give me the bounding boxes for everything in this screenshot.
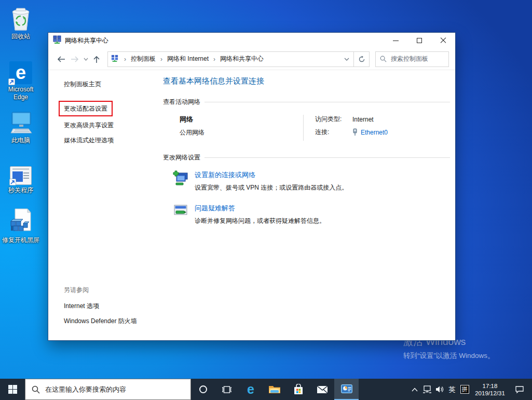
desktop-icon-label: 此电脑 — [1, 137, 40, 144]
page-title: 查看基本网络信息并设置连接 — [163, 76, 450, 86]
breadcrumb-network-internet[interactable]: 网络和 Internet — [166, 52, 210, 65]
main-content: 查看基本网络信息并设置连接 查看活动网络 网络 公用网络 访问类型: Inter… — [159, 70, 455, 340]
maximize-button[interactable] — [407, 33, 431, 48]
minimize-button[interactable] — [384, 33, 407, 48]
sidebar-item-change-advanced-sharing[interactable]: 更改高级共享设置 — [64, 121, 155, 129]
desktop-icon-edge[interactable]: e Microsoft Edge — [1, 57, 40, 101]
desktop-icon-this-pc[interactable]: 此电脑 — [1, 108, 40, 144]
refresh-button[interactable] — [354, 51, 370, 67]
network-name: 网络 — [180, 115, 303, 124]
access-type-value: Internet — [352, 116, 374, 123]
crumb-separator: › — [213, 56, 215, 63]
desktop-icon-label: 回收站 — [1, 33, 40, 41]
breadcrumb-control-panel[interactable]: 控制面板 — [130, 52, 157, 65]
back-button[interactable] — [54, 56, 68, 63]
access-type-label: 访问类型: — [315, 115, 352, 124]
edge-icon: e — [247, 383, 254, 396]
title-bar[interactable]: 网络和共享中心 — [48, 33, 455, 48]
registry-file-icon — [1, 208, 40, 235]
mail-icon — [317, 385, 328, 394]
desktop-icon-recycle-bin[interactable]: 回收站 — [1, 4, 40, 41]
action-center-button[interactable] — [509, 379, 530, 400]
file-explorer-icon — [268, 384, 281, 394]
volume-button[interactable] — [433, 379, 446, 400]
store-icon — [293, 384, 304, 395]
control-panel-icon — [341, 384, 352, 393]
navigation-bar: › 控制面板 › 网络和 Internet › 网络和共享中心 搜索控制面板 — [48, 48, 455, 70]
recent-pages-button[interactable] — [81, 58, 90, 61]
task-link[interactable]: 设置新的连接或网络 — [195, 170, 348, 180]
section-rule — [204, 157, 450, 158]
breadcrumb-network-sharing-center[interactable]: 网络和共享中心 — [219, 52, 265, 65]
section-title: 更改网络设置 — [163, 153, 200, 162]
task-description: 诊断并修复网络问题，或者获得疑难解答信息。 — [195, 217, 325, 225]
up-button[interactable] — [90, 55, 103, 63]
taskbar-search-placeholder: 在这里输入你要搜索的内容 — [45, 385, 126, 394]
sidebar-item-control-panel-home[interactable]: 控制面板主页 — [64, 80, 155, 88]
desktop-icon-fix-black-screen[interactable]: 修复开机黑屏 — [1, 208, 40, 244]
back-arrow-icon — [57, 56, 66, 63]
control-panel-search-input[interactable]: 搜索控制面板 — [375, 51, 449, 67]
ethernet-icon — [352, 128, 358, 136]
windows-logo-icon — [8, 385, 17, 394]
taskbar-active-control-panel-button[interactable] — [334, 379, 359, 400]
desktop-icon-seconds-close-app[interactable]: 秒关程序 — [1, 158, 40, 194]
system-tray: 英 拼 17:18 2019/12/31 — [408, 379, 532, 400]
highlight-box: 更改适配器设置 — [59, 101, 113, 116]
this-pc-icon — [1, 108, 40, 135]
task-troubleshoot[interactable]: 问题疑难解答 诊断并修复网络问题，或者获得疑难解答信息。 — [171, 204, 450, 225]
recycle-bin-icon — [1, 4, 40, 31]
address-dropdown-button[interactable] — [340, 58, 353, 61]
connection-link[interactable]: Ethernet0 — [361, 129, 388, 136]
edge-taskbar-button[interactable]: e — [239, 379, 263, 400]
crumb-separator: › — [124, 56, 126, 63]
connection-label: 连接: — [315, 128, 352, 137]
chevron-down-icon — [344, 58, 349, 61]
language-indicator[interactable]: 英 — [446, 379, 458, 400]
taskbar-search-input[interactable]: 在这里输入你要搜索的内容 — [25, 379, 191, 400]
active-network-panel: 网络 公用网络 访问类型: Internet 连接: — [180, 115, 450, 141]
maximize-icon — [417, 38, 422, 43]
new-connection-icon — [171, 170, 190, 192]
close-icon — [440, 37, 446, 44]
refresh-icon — [358, 56, 365, 63]
task-setup-new-connection[interactable]: 设置新的连接或网络 设置宽带、拨号或 VPN 连接；或设置路由器或接入点。 — [171, 170, 450, 192]
network-kind: 公用网络 — [180, 128, 303, 137]
task-description: 设置宽带、拨号或 VPN 连接；或设置路由器或接入点。 — [195, 183, 348, 192]
search-icon — [32, 385, 40, 394]
address-location-icon — [111, 55, 118, 64]
network-tray-button[interactable] — [421, 379, 433, 400]
task-view-button[interactable] — [215, 379, 239, 400]
cortana-button[interactable] — [191, 379, 215, 400]
edge-icon: e — [1, 57, 40, 84]
app-window-icon — [1, 158, 40, 185]
notification-icon — [515, 385, 524, 394]
mail-button[interactable] — [310, 379, 334, 400]
section-title: 查看活动网络 — [163, 98, 200, 106]
sidebar-item-windows-defender-firewall[interactable]: Windows Defender 防火墙 — [64, 317, 155, 325]
sidebar-item-change-adapter-settings[interactable]: 更改适配器设置 — [64, 104, 107, 113]
file-explorer-button[interactable] — [263, 379, 287, 400]
search-placeholder: 搜索控制面板 — [391, 55, 428, 63]
hidden-icons-button[interactable] — [408, 379, 421, 400]
up-arrow-icon — [93, 55, 100, 63]
cortana-icon — [199, 385, 207, 393]
desktop-icon-label: 秒关程序 — [1, 186, 40, 194]
ime-icon: 拼 — [460, 385, 469, 394]
ime-indicator[interactable]: 拼 — [458, 379, 471, 400]
store-button[interactable] — [287, 379, 310, 400]
task-link[interactable]: 问题疑难解答 — [195, 204, 325, 213]
sidebar-item-media-streaming-options[interactable]: 媒体流式处理选项 — [64, 136, 155, 144]
taskbar: 在这里输入你要搜索的内容 e — [0, 379, 532, 400]
forward-button[interactable] — [68, 56, 81, 63]
shortcut-arrow-icon — [8, 78, 15, 85]
sidebar: 控制面板主页 更改适配器设置 更改高级共享设置 媒体流式处理选项 另请参阅 In… — [48, 70, 159, 340]
network-sharing-center-window: 网络和共享中心 › 控 — [48, 32, 456, 341]
chevron-down-icon — [84, 58, 88, 61]
sidebar-item-internet-options[interactable]: Internet 选项 — [64, 302, 155, 310]
close-button[interactable] — [431, 33, 455, 48]
taskbar-clock[interactable]: 17:18 2019/12/31 — [471, 382, 509, 397]
desktop-icon-label: Microsoft Edge — [4, 86, 38, 101]
address-bar[interactable]: › 控制面板 › 网络和 Internet › 网络和共享中心 — [107, 51, 354, 67]
start-button[interactable] — [0, 379, 25, 400]
